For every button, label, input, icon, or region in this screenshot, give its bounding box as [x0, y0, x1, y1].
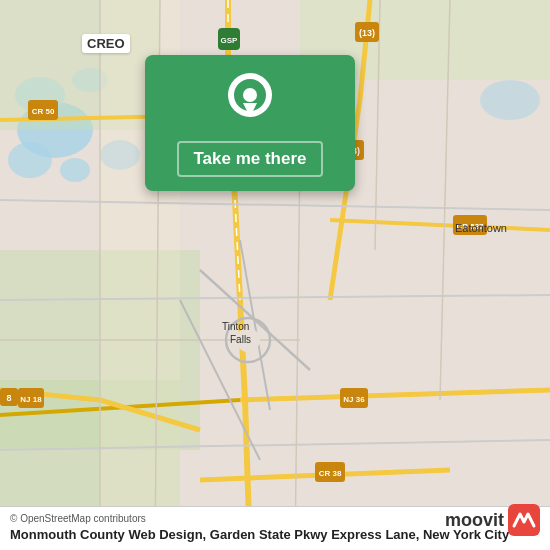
svg-text:Tinton: Tinton	[222, 321, 249, 332]
svg-text:NJ 36: NJ 36	[343, 395, 365, 404]
svg-text:CR 38: CR 38	[319, 469, 342, 478]
map-container: GSP (13) (13) CR 50 CR 50 NJ 18 NJ 36 CR…	[0, 0, 550, 550]
svg-text:(13): (13)	[359, 28, 375, 38]
svg-text:Falls: Falls	[230, 334, 251, 345]
location-card: Take me there	[145, 55, 355, 191]
svg-text:Eatontown: Eatontown	[455, 222, 507, 234]
svg-point-3	[60, 158, 90, 182]
location-pin-icon	[226, 73, 274, 131]
moovit-text: moovit	[445, 510, 504, 531]
moovit-logo: moovit	[445, 504, 540, 536]
svg-point-7	[480, 80, 540, 120]
osm-text: © OpenStreetMap contributors	[10, 513, 146, 524]
svg-text:CR 50: CR 50	[32, 107, 55, 116]
take-me-there-button[interactable]: Take me there	[177, 141, 322, 177]
creo-label: CREO	[82, 34, 130, 53]
moovit-brand-icon	[508, 504, 540, 536]
svg-point-2	[8, 142, 52, 178]
svg-text:8: 8	[6, 393, 11, 403]
svg-text:GSP: GSP	[221, 36, 239, 45]
svg-text:NJ 18: NJ 18	[20, 395, 42, 404]
